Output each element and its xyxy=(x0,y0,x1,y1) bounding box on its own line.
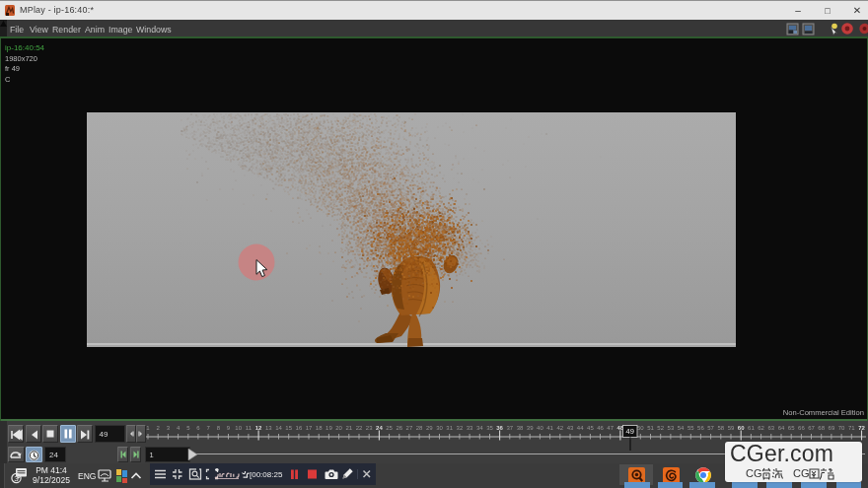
svg-text:2: 2 xyxy=(157,425,161,431)
svg-text:30: 30 xyxy=(436,425,443,431)
svg-text:3: 3 xyxy=(167,425,171,431)
svg-text:68: 68 xyxy=(818,425,825,431)
svg-text:62: 62 xyxy=(758,425,764,431)
svg-text:33: 33 xyxy=(467,425,473,431)
svg-text:71: 71 xyxy=(848,425,855,431)
svg-text:20: 20 xyxy=(335,425,342,431)
svg-text:31: 31 xyxy=(446,425,453,431)
svg-text:18: 18 xyxy=(316,425,323,431)
svg-text:1: 1 xyxy=(146,425,150,431)
svg-text:70: 70 xyxy=(838,425,845,431)
svg-text:34: 34 xyxy=(476,425,483,431)
svg-text:63: 63 xyxy=(767,425,774,431)
svg-text:[00:08:25: [00:08:25 xyxy=(250,470,283,479)
svg-text:15: 15 xyxy=(285,425,292,431)
svg-text:24: 24 xyxy=(376,425,383,431)
svg-text:55: 55 xyxy=(687,425,694,431)
svg-text:44: 44 xyxy=(577,425,584,431)
svg-text:64: 64 xyxy=(778,425,785,431)
svg-text:16: 16 xyxy=(296,425,303,431)
svg-text:72: 72 xyxy=(858,425,865,431)
svg-text:29: 29 xyxy=(426,425,433,431)
svg-text:8: 8 xyxy=(217,425,221,431)
svg-text:65: 65 xyxy=(788,425,795,431)
svg-text:57: 57 xyxy=(707,425,714,431)
svg-text:13: 13 xyxy=(265,425,272,431)
svg-text:45: 45 xyxy=(587,425,594,431)
svg-text:37: 37 xyxy=(506,425,513,431)
svg-text:38: 38 xyxy=(517,425,524,431)
svg-text:42: 42 xyxy=(556,425,563,431)
svg-text:CG: CG xyxy=(793,467,810,479)
svg-text:10: 10 xyxy=(235,425,242,431)
svg-text:52: 52 xyxy=(657,425,664,431)
svg-text:58: 58 xyxy=(717,425,724,431)
svg-text:27: 27 xyxy=(406,425,413,431)
svg-text:4: 4 xyxy=(177,425,181,431)
svg-text:26: 26 xyxy=(396,425,402,431)
svg-text:7: 7 xyxy=(206,425,210,431)
svg-text:61: 61 xyxy=(748,425,755,431)
svg-text:60: 60 xyxy=(738,425,745,431)
svg-text:36: 36 xyxy=(496,425,503,431)
svg-text:5: 5 xyxy=(186,425,190,431)
svg-text:6: 6 xyxy=(196,425,200,431)
svg-text:14: 14 xyxy=(275,425,282,431)
svg-text:50: 50 xyxy=(637,425,644,431)
svg-text:25: 25 xyxy=(386,425,393,431)
svg-text:56: 56 xyxy=(697,425,704,431)
svg-text:54: 54 xyxy=(678,425,685,431)
svg-text:59: 59 xyxy=(728,425,735,431)
svg-text:47: 47 xyxy=(607,425,614,431)
svg-text:32: 32 xyxy=(457,425,464,431)
svg-text:53: 53 xyxy=(668,425,675,431)
svg-text:12: 12 xyxy=(255,425,262,431)
svg-text:49: 49 xyxy=(626,427,634,436)
svg-text:39: 39 xyxy=(527,425,534,431)
svg-text:51: 51 xyxy=(647,425,654,431)
svg-text:41: 41 xyxy=(546,425,553,431)
svg-text:19: 19 xyxy=(326,425,332,431)
svg-text:11: 11 xyxy=(246,425,253,431)
svg-text:46: 46 xyxy=(597,425,604,431)
svg-text:22: 22 xyxy=(356,425,363,431)
svg-text:28: 28 xyxy=(416,425,423,431)
svg-text:69: 69 xyxy=(829,425,835,431)
svg-text:35: 35 xyxy=(486,425,493,431)
svg-text:40: 40 xyxy=(537,425,543,431)
svg-text:21: 21 xyxy=(345,425,352,431)
svg-text:3: 3 xyxy=(14,474,19,483)
svg-text:66: 66 xyxy=(798,425,805,431)
svg-text:9: 9 xyxy=(227,425,231,431)
svg-text:CG: CG xyxy=(746,467,762,479)
svg-text:23: 23 xyxy=(366,425,373,431)
svg-text:67: 67 xyxy=(808,425,815,431)
svg-text:17: 17 xyxy=(306,425,313,431)
svg-text:43: 43 xyxy=(567,425,574,431)
